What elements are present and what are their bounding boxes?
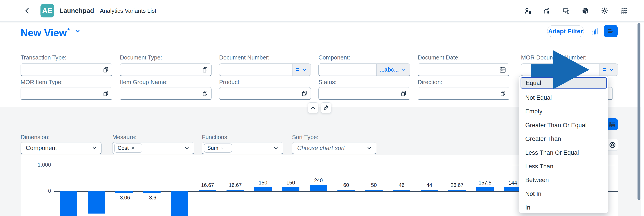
menu-item-not-equal[interactable]: Not Equal	[519, 91, 608, 105]
devices-icon[interactable]	[562, 7, 570, 15]
menu-item-less-than[interactable]: Less Than	[519, 160, 608, 173]
filter-input-mor-document-number[interactable]	[521, 64, 600, 76]
filter-input-component[interactable]	[319, 64, 376, 76]
shell-header: AE Launchpad Analytics Variants List	[0, 0, 644, 22]
filter-input-status[interactable]	[319, 88, 397, 99]
bar-7[interactable]	[254, 187, 272, 191]
filter-label-mor-document-number: MOR Document Number:	[521, 54, 586, 61]
horizontal-bar-view-button[interactable]	[604, 25, 618, 37]
bar-data-label: 60	[330, 182, 362, 188]
date-picker-button[interactable]	[496, 64, 509, 76]
bar-data-label: 157.5	[469, 180, 501, 186]
bar-10[interactable]	[338, 190, 355, 191]
bar-5[interactable]	[199, 190, 216, 191]
condition-selector[interactable]: =	[292, 64, 310, 76]
value-help-button[interactable]	[397, 88, 410, 99]
bar-data-label: 150	[275, 180, 306, 186]
token-remove-icon[interactable]	[131, 146, 135, 150]
chevron-up-icon	[310, 105, 316, 111]
value-help-button[interactable]	[100, 64, 112, 76]
filter-input-document-date[interactable]	[418, 64, 496, 76]
chevron-down-icon	[366, 145, 372, 151]
vertical-scrollbar-thumb[interactable]	[638, 23, 640, 200]
sort-type-select[interactable]: Choose chart sort	[292, 142, 376, 154]
filter-input-product[interactable]	[219, 88, 298, 99]
filter-input-item-group-name[interactable]	[120, 88, 199, 99]
menu-item-not-in[interactable]: Not In	[519, 187, 608, 201]
filter-input-direction[interactable]	[418, 88, 497, 99]
bar-6[interactable]	[226, 190, 244, 191]
menu-item-empty[interactable]: Empty	[519, 105, 608, 118]
y-axis-tick-label: 0	[20, 188, 51, 194]
bar-9[interactable]	[310, 185, 327, 191]
filter-input-mor-item-type[interactable]	[21, 88, 100, 99]
calendar-icon	[499, 66, 506, 73]
chevron-down-icon[interactable]	[74, 28, 81, 34]
back-icon[interactable]	[23, 7, 31, 15]
menu-item-equal[interactable]: Equal	[520, 77, 607, 88]
control-label-dimension: Dimension:	[20, 134, 50, 141]
filter-label-component: Component:	[318, 54, 350, 61]
filter-input-transaction-type[interactable]	[21, 64, 100, 76]
horizontal-bars-icon	[606, 27, 615, 35]
analytics-icon[interactable]	[543, 7, 551, 15]
sort-placeholder: Choose chart sort	[292, 145, 366, 152]
condition-value: ...abc...	[380, 66, 399, 73]
condition-selector[interactable]: ...abc...	[376, 64, 410, 76]
token-label: Sum	[207, 145, 218, 151]
token-cost: Cost	[114, 144, 142, 152]
filter-field-mor-document-number: =	[521, 64, 618, 76]
bar-1[interactable]	[88, 192, 105, 214]
bar-11[interactable]	[365, 190, 382, 191]
token-label: Cost	[118, 145, 128, 151]
collapse-filter-button[interactable]	[308, 102, 318, 113]
condition-value: =	[296, 66, 300, 73]
value-help-button[interactable]	[497, 88, 509, 99]
bar-15[interactable]	[476, 187, 494, 191]
bar-14[interactable]	[448, 190, 466, 191]
menu-item-less-than-or-equal[interactable]: Less Than Or Equal	[519, 146, 608, 160]
theme-icon[interactable]	[600, 7, 609, 15]
value-help-button[interactable]	[298, 88, 310, 99]
token-remove-icon[interactable]	[220, 146, 224, 150]
adapt-filter-button[interactable]: Adapt Filter	[547, 25, 584, 37]
token-sum: Sum	[204, 144, 232, 152]
value-help-icon	[400, 90, 407, 97]
filter-field-component: ...abc...	[318, 64, 410, 76]
menu-item-greater-than-or-equal[interactable]: Greater Than Or Equal	[519, 118, 608, 132]
bar-2[interactable]	[116, 192, 133, 193]
bar-13[interactable]	[420, 190, 438, 191]
condition-selector[interactable]: =	[600, 64, 618, 76]
bar-3[interactable]	[143, 192, 160, 193]
filter-input-document-type[interactable]	[120, 64, 199, 76]
account-icon[interactable]	[524, 7, 532, 15]
bar-0[interactable]	[60, 192, 77, 216]
dimension-select[interactable]: Component	[20, 142, 102, 154]
app-grid-icon[interactable]	[620, 7, 628, 15]
bar-4[interactable]	[171, 192, 188, 216]
pin-filter-button[interactable]	[321, 102, 332, 113]
variant-title[interactable]: New View*	[20, 24, 81, 39]
control-label-mesaure: Mesaure:	[112, 134, 136, 141]
chart-table-icon	[608, 120, 616, 128]
bar-chart-view-icon[interactable]	[590, 27, 598, 36]
page-subtitle: Analytics Variants List	[100, 8, 156, 14]
filter-field-product	[219, 87, 311, 100]
measure-multiselect[interactable]: Cost	[112, 142, 194, 154]
menu-item-greater-than[interactable]: Greater Than	[519, 132, 608, 146]
menu-item-in[interactable]: In	[519, 201, 608, 214]
value-help-button[interactable]	[199, 88, 211, 99]
bar-8[interactable]	[282, 187, 300, 191]
bar-data-label: 16.67	[192, 182, 223, 188]
value-help-button[interactable]	[199, 64, 211, 76]
menu-item-between[interactable]: Between	[519, 173, 608, 187]
functions-multiselect[interactable]: Sum	[202, 142, 283, 154]
bar-data-label: 16.67	[220, 182, 251, 188]
value-help-icon	[301, 90, 308, 97]
filter-label-document-date: Document Date:	[418, 54, 460, 61]
globe-icon[interactable]	[582, 7, 590, 15]
value-help-button[interactable]	[100, 88, 112, 99]
bar-12[interactable]	[393, 190, 410, 191]
filter-input-document-number[interactable]	[219, 64, 292, 76]
value-help-icon	[102, 66, 109, 73]
